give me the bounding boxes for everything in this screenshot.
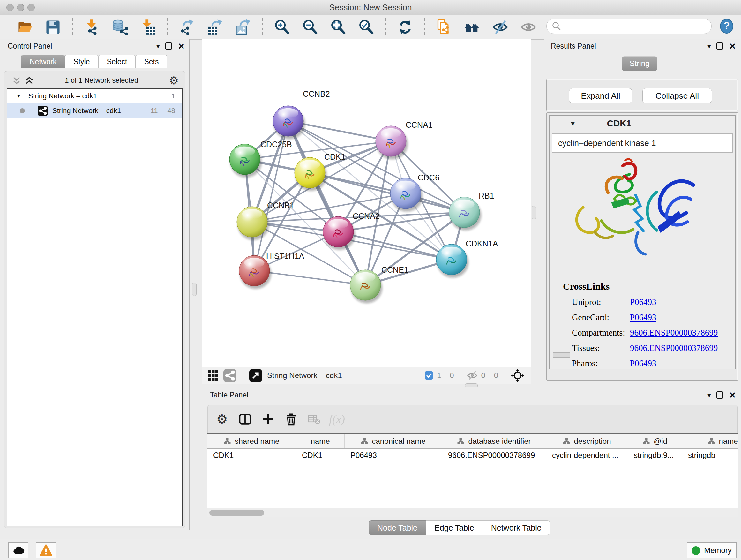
left-splitter-handle[interactable] [192, 283, 197, 296]
control-panel-close-icon[interactable]: ✕ [178, 43, 185, 50]
protein-section-header[interactable]: ▼ CDK1 [549, 116, 735, 132]
tab-edge-table[interactable]: Edge Table [426, 520, 483, 535]
tab-select[interactable]: Select [98, 55, 136, 68]
crosslink-link[interactable]: P06493 [630, 313, 657, 322]
cloud-icon [12, 544, 24, 557]
table-cell[interactable]: cyclin-dependent ... [546, 449, 628, 462]
control-panel-collapse-icon[interactable]: ▾ [156, 43, 159, 50]
control-panel-tabs: NetworkStyleSelectSets [21, 55, 167, 68]
cloud-button[interactable] [8, 543, 28, 558]
show-columns-icon[interactable] [236, 410, 254, 428]
table-cell[interactable]: 9606.ENSP00000378699 [442, 449, 546, 462]
results-panel-float-icon[interactable] [717, 43, 723, 50]
export-network-button[interactable] [177, 17, 197, 37]
delete-column-trash-icon[interactable] [282, 410, 300, 428]
crosslink-link[interactable]: 9606.ENSP00000378699 [630, 343, 718, 353]
apply-layout-button[interactable] [395, 17, 415, 37]
crosslink-row: Compartments:9606.ENSP00000378699 [572, 325, 729, 340]
zoom-selected-button[interactable] [356, 17, 377, 37]
pan-crosshair-button[interactable] [511, 368, 525, 382]
column-header-description[interactable]: description [546, 434, 628, 448]
crosslink-link[interactable]: P06493 [630, 297, 657, 307]
table-hscroll-thumb[interactable] [209, 510, 264, 516]
add-column-icon[interactable] [259, 410, 277, 428]
expand-all-icon[interactable] [24, 76, 34, 85]
help-button[interactable]: ? [719, 18, 735, 34]
right-splitter-handle[interactable] [532, 206, 536, 219]
crosslink-row: Pharos:P06493 [572, 356, 729, 371]
network-options-gear-icon[interactable]: ⚙ [169, 75, 179, 86]
collapse-all-button[interactable]: Collapse All [643, 88, 712, 104]
network-share-button[interactable] [223, 368, 237, 382]
new-network-from-selection-button[interactable] [434, 17, 455, 37]
network-row[interactable]: String Network – cdk1 11 48 [7, 104, 182, 118]
warnings-button[interactable] [36, 543, 56, 558]
search-icon [552, 21, 561, 31]
table-settings-gear-icon[interactable]: ⚙ [213, 410, 231, 428]
expand-all-button[interactable]: Expand All [569, 88, 632, 104]
show-grid-button[interactable] [206, 368, 220, 382]
tab-network[interactable]: Network [21, 55, 65, 68]
crosslink-link[interactable]: P06493 [630, 359, 657, 368]
zoom-in-icon [274, 19, 290, 36]
import-network-from-database-button[interactable] [110, 17, 130, 37]
network-collection-row[interactable]: ▼ String Network – cdk1 1 [7, 89, 182, 104]
column-header-namespace[interactable]: namespace [682, 434, 738, 448]
export-image-button[interactable] [233, 17, 253, 37]
crosslinks-heading: CrossLinks [563, 281, 610, 292]
node-table: shared namenamecanonical namedatabase id… [207, 433, 738, 508]
table-cell[interactable]: P06493 [345, 449, 442, 462]
column-header-label: canonical name [372, 437, 425, 446]
crosslink-row: GeneCard:P06493 [572, 310, 729, 325]
column-header-label: description [574, 437, 611, 446]
zoom-out-button[interactable] [300, 17, 320, 37]
export-table-button[interactable] [205, 17, 225, 37]
selected-checkbox-icon[interactable] [424, 371, 434, 380]
results-panel-collapse-icon[interactable]: ▾ [708, 43, 711, 50]
memory-button[interactable]: Memory [687, 543, 737, 558]
table-cell[interactable]: stringdb:9... [628, 449, 682, 462]
collapse-all-icon[interactable] [12, 76, 21, 85]
show-all-button [518, 17, 539, 37]
table-cell[interactable]: stringdb [682, 449, 738, 462]
table-panel-collapse-icon[interactable]: ▾ [708, 391, 711, 399]
home-button[interactable] [462, 17, 482, 37]
crosslink-label: GeneCard: [572, 313, 630, 322]
column-header-shared-name[interactable]: shared name [207, 434, 296, 448]
tab-sets[interactable]: Sets [135, 55, 167, 68]
column-header--id[interactable]: @id [628, 434, 682, 448]
open-file-button[interactable] [15, 17, 35, 37]
tab-network-table[interactable]: Network Table [482, 520, 550, 535]
column-header-name[interactable]: name [296, 434, 345, 448]
current-network-dot-icon [20, 108, 25, 113]
control-panel-title: Control Panel [8, 42, 52, 51]
tab-string[interactable]: String [622, 56, 657, 71]
tab-node-table[interactable]: Node Table [368, 520, 426, 535]
search-input[interactable] [561, 21, 697, 31]
zoom-fit-button[interactable] [328, 17, 348, 37]
control-panel-float-icon[interactable] [165, 43, 172, 50]
column-header-canonical-name[interactable]: canonical name [345, 434, 442, 448]
hide-selected-button[interactable] [490, 17, 511, 37]
table-panel-float-icon[interactable] [717, 391, 723, 399]
import-table-from-file-button[interactable] [138, 17, 158, 37]
import-network-from-file-button[interactable] [82, 17, 102, 37]
collection-expander-icon[interactable]: ▼ [16, 93, 21, 99]
table-cell[interactable]: CDK1 [207, 449, 296, 462]
protein-expander-icon[interactable]: ▼ [569, 119, 576, 128]
search-box[interactable] [546, 18, 712, 34]
results-scrollbar[interactable] [553, 353, 570, 358]
tab-style[interactable]: Style [65, 55, 98, 68]
table-hscrollbar[interactable] [207, 508, 738, 517]
node-label-CCNE1: CCNE1 [381, 265, 408, 274]
network-canvas[interactable]: CCNB2CCNA1CDC25BCDK1CDC6RB1CCNB1CCNA2CDK… [202, 39, 531, 367]
save-session-button[interactable] [43, 17, 63, 37]
table-panel-close-icon[interactable]: ✕ [729, 392, 736, 398]
birdseye-view-button[interactable] [249, 368, 263, 382]
crosslink-link[interactable]: 9606.ENSP00000378699 [630, 328, 718, 338]
zoom-in-button[interactable] [272, 17, 292, 37]
results-panel-close-icon[interactable]: ✕ [729, 43, 736, 50]
column-header-database-identifier[interactable]: database identifier [442, 434, 546, 448]
table-row[interactable]: CDK1CDK1P064939606.ENSP00000378699cyclin… [207, 449, 738, 462]
table-cell[interactable]: CDK1 [296, 449, 345, 462]
